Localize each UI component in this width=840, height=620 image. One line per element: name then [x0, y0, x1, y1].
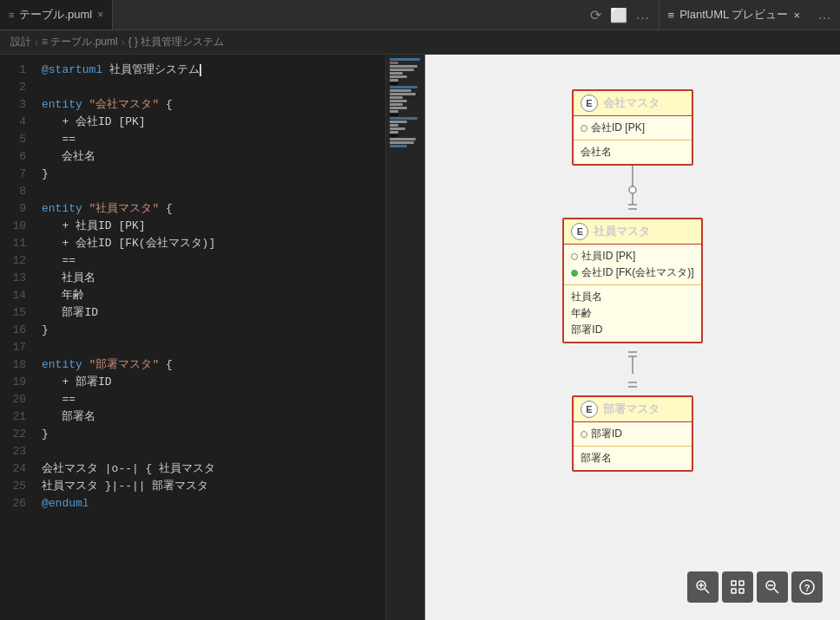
line-number-6: 6	[0, 148, 26, 166]
svg-rect-14	[732, 581, 736, 585]
minimap-line	[390, 86, 417, 88]
breadcrumb-item1: 設計	[10, 35, 31, 49]
minimap-line	[390, 131, 398, 134]
more-icon[interactable]: …	[636, 7, 650, 23]
minimap	[385, 55, 424, 620]
minimap-line	[390, 79, 398, 82]
minimap-line	[390, 138, 416, 140]
entity-kaishamaster-name: 会社マスタ	[603, 95, 660, 111]
entity-kaishamaster-attrs: 会社名	[574, 140, 692, 164]
tab-editor-close[interactable]: ×	[97, 9, 103, 21]
minimap-line	[390, 72, 403, 75]
code-line-9: entity "社員マスタ" {	[42, 200, 385, 218]
editor-content[interactable]: 1234567891011121314151617181920212223242…	[0, 55, 424, 620]
entity-shainmaster-pks: 社員ID [PK] 会社ID [FK(会社マスタ)]	[564, 245, 700, 285]
code-line-14: 年齢	[42, 287, 385, 304]
field-label-bushoID: 部署ID	[591, 427, 622, 441]
code-line-21: 部署名	[42, 408, 385, 426]
token: 年齢	[42, 287, 84, 304]
token: + 社員ID [PK]	[42, 218, 146, 235]
entity-shainmaster-icon: E	[571, 223, 588, 240]
token: {	[159, 356, 173, 374]
breadcrumb-sep1: ›	[35, 36, 38, 49]
breadcrumb-item3: { } 社員管理システム	[128, 35, 225, 49]
line-number-14: 14	[0, 287, 26, 304]
field-icon-shainKaishaID	[571, 270, 578, 277]
code-line-11: + 会社ID [FK(会社マスタ)]	[42, 235, 385, 252]
code-line-23	[42, 443, 385, 460]
field-icon-bushoID	[581, 431, 587, 438]
token: + 部署ID	[42, 374, 112, 391]
line-number-11: 11	[0, 235, 26, 252]
token: }	[42, 322, 49, 339]
token: + 会社ID [PK]	[42, 114, 146, 131]
minimap-line	[390, 127, 405, 130]
preview-pane: E 会社マスタ 会社ID [PK] 会社名	[425, 55, 840, 620]
entity-shainmaster-name: 社員マスタ	[594, 224, 650, 239]
code-line-5: ==	[42, 131, 385, 148]
line-number-8: 8	[0, 183, 26, 200]
tab-preview-close[interactable]: ×	[793, 9, 800, 22]
token: entity	[42, 356, 89, 374]
line-number-26: 26	[0, 495, 26, 512]
minimap-line	[390, 58, 420, 61]
minimap-line	[390, 62, 398, 64]
code-line-18: entity "部署マスタ" {	[42, 356, 385, 374]
entity-kaishamaster-header: E 会社マスタ	[574, 91, 692, 116]
fit-button[interactable]	[722, 571, 753, 603]
minimap-line	[390, 89, 411, 92]
minimap-line	[390, 145, 407, 147]
text-cursor	[200, 64, 201, 76]
code-line-20: ==	[42, 391, 385, 408]
tab-preview[interactable]: ≡ PlantUML プレビュー ×	[659, 0, 809, 29]
line-number-16: 16	[0, 322, 26, 339]
entity-bushomaster-header: E 部署マスタ	[574, 397, 692, 422]
token: 会社マスタ |o--| { 社員マスタ	[42, 460, 215, 478]
minimap-line	[390, 121, 407, 123]
entity-bushomaster-name: 部署マスタ	[603, 401, 660, 417]
field-label-shainID: 社員ID [PK]	[581, 249, 635, 264]
attr-bushomei: 部署名	[581, 450, 685, 467]
minimap-line	[390, 117, 417, 120]
zoom-in-button[interactable]	[687, 571, 719, 603]
code-area[interactable]: @startuml 社員管理システム entity "会社マスタ" { + 会社…	[35, 55, 385, 620]
breadcrumb: 設計 › ≡ テーブル.puml › { } 社員管理システム	[0, 30, 840, 55]
attr-bushoID: 部署ID	[571, 322, 693, 338]
token: ==	[42, 131, 75, 148]
token: 部署ID	[42, 304, 98, 322]
code-line-8	[42, 183, 385, 200]
svg-point-1	[629, 186, 636, 193]
line-number-25: 25	[0, 478, 26, 495]
token: 部署名	[42, 408, 95, 426]
token: 会社名	[42, 148, 95, 166]
sync-icon[interactable]: ⟳	[590, 7, 601, 23]
code-line-24: 会社マスタ |o--| { 社員マスタ	[42, 460, 385, 478]
token: {	[159, 96, 173, 114]
zoom-in-icon	[695, 579, 711, 595]
field-label-shainKaishaID: 会社ID [FK(会社マスタ)]	[581, 265, 693, 280]
help-icon: ?	[799, 579, 815, 595]
breadcrumb-item2: ≡ テーブル.puml	[42, 35, 118, 49]
split-icon[interactable]: ⬜	[610, 7, 627, 23]
attr-shainmei: 社員名	[571, 289, 693, 305]
tab-editor[interactable]: ≡ テーブル.puml ×	[0, 0, 113, 29]
token: "部署マスタ"	[89, 356, 160, 374]
tab-preview-icon: ≡	[668, 9, 675, 22]
titlebar: ≡ テーブル.puml × ⟳ ⬜ … ≡ PlantUML プレビュー × …	[0, 0, 840, 30]
line-number-10: 10	[0, 218, 26, 235]
token: 社員名	[42, 270, 95, 287]
zoom-out-button[interactable]	[757, 571, 788, 603]
code-line-4: + 会社ID [PK]	[42, 114, 385, 131]
editor-pane: 1234567891011121314151617181920212223242…	[0, 55, 425, 620]
tab-editor-label: テーブル.puml	[19, 7, 92, 23]
preview-more-icon[interactable]: …	[817, 7, 831, 23]
tab-preview-label: PlantUML プレビュー	[679, 7, 788, 23]
connector2	[562, 343, 702, 395]
line-number-15: 15	[0, 304, 26, 322]
token: {	[159, 200, 173, 218]
token: ==	[42, 252, 75, 270]
minimap-line	[390, 65, 417, 68]
code-line-19: + 部署ID	[42, 374, 385, 391]
help-button[interactable]: ?	[791, 571, 823, 603]
entity-field-bushoID: 部署ID	[581, 426, 685, 442]
